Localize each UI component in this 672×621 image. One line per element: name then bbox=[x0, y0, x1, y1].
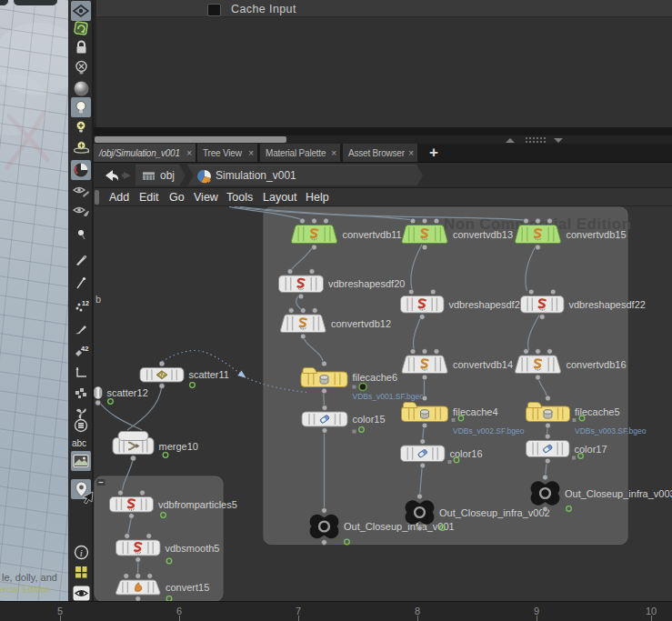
timeline-ruler[interactable]: 5678910 bbox=[0, 601, 672, 621]
input-connector[interactable] bbox=[422, 396, 427, 401]
point-numbers-icon[interactable]: 12 bbox=[71, 295, 91, 316]
input-connector[interactable] bbox=[410, 349, 416, 355]
input-connector[interactable] bbox=[324, 218, 329, 224]
input-connector[interactable] bbox=[546, 396, 551, 401]
bypass-flag[interactable] bbox=[573, 418, 577, 422]
lock-icon[interactable] bbox=[71, 37, 91, 57]
sphere-icon[interactable] bbox=[71, 78, 91, 98]
scalpel-icon[interactable] bbox=[71, 249, 91, 269]
input-connector[interactable] bbox=[524, 349, 529, 355]
cache-input-checkbox[interactable] bbox=[207, 4, 221, 16]
input-connector[interactable] bbox=[124, 574, 129, 579]
add-light-icon[interactable] bbox=[71, 118, 91, 138]
input-connector[interactable] bbox=[410, 218, 416, 224]
output-connector[interactable] bbox=[545, 458, 550, 464]
input-connector[interactable] bbox=[300, 308, 306, 314]
hscroll-handle[interactable] bbox=[95, 136, 286, 143]
input-connector[interactable] bbox=[543, 475, 548, 480]
menu-view[interactable]: View bbox=[194, 191, 218, 204]
splitter-handle-icon[interactable] bbox=[525, 136, 547, 144]
output-connector[interactable] bbox=[135, 557, 141, 563]
input-connector[interactable] bbox=[146, 534, 152, 539]
node-scatter11[interactable]: scatter11 bbox=[140, 361, 229, 389]
menu-help[interactable]: Help bbox=[306, 191, 329, 204]
node-scatter12[interactable]: scatter12 bbox=[95, 387, 148, 406]
input-connector[interactable] bbox=[322, 508, 327, 514]
input-connector[interactable] bbox=[422, 218, 427, 224]
lights-off-icon[interactable] bbox=[71, 57, 91, 77]
viewport-3d[interactable]: le, dolly, and ercial Edition bbox=[0, 0, 68, 601]
show-pen-icon[interactable] bbox=[71, 181, 91, 201]
back-button[interactable] bbox=[105, 170, 118, 181]
input-connector[interactable] bbox=[312, 218, 317, 224]
input-connector[interactable] bbox=[434, 349, 439, 355]
menu-add[interactable]: Add bbox=[109, 191, 129, 204]
input-connector[interactable] bbox=[159, 361, 165, 366]
output-connector[interactable] bbox=[420, 463, 426, 468]
pane-tab-asset-browser[interactable]: Asset Browser× bbox=[343, 144, 417, 162]
bypass-flag[interactable] bbox=[452, 418, 456, 422]
input-connector[interactable] bbox=[125, 534, 130, 539]
splitter-down-icon[interactable] bbox=[554, 138, 563, 143]
output-connector[interactable] bbox=[419, 315, 425, 320]
output-connector[interactable] bbox=[159, 384, 165, 389]
input-connector[interactable] bbox=[300, 218, 306, 224]
bypass-flag[interactable] bbox=[448, 460, 452, 464]
abc-icon[interactable]: abc bbox=[71, 433, 91, 453]
input-connector[interactable] bbox=[140, 490, 145, 496]
input-connector[interactable] bbox=[322, 406, 327, 411]
output-connector[interactable] bbox=[422, 423, 427, 428]
bypass-flag[interactable] bbox=[572, 456, 576, 460]
input-connector[interactable] bbox=[322, 361, 327, 366]
visibility-icon[interactable] bbox=[71, 583, 91, 603]
corner-ruler-icon[interactable] bbox=[71, 362, 91, 382]
snapshot-icon[interactable] bbox=[71, 18, 91, 38]
pane-tab-tree-view[interactable]: Tree View× bbox=[197, 144, 257, 162]
pane-tab-material-palette[interactable]: Material Palette× bbox=[260, 144, 340, 162]
input-connector[interactable] bbox=[547, 349, 553, 355]
add-tab-button[interactable]: + bbox=[424, 144, 444, 162]
bypass-flag[interactable] bbox=[353, 386, 356, 389]
needle-icon[interactable] bbox=[71, 273, 91, 293]
input-connector[interactable] bbox=[536, 349, 541, 355]
prim-numbers-icon[interactable]: 42 bbox=[71, 340, 91, 360]
input-connector[interactable] bbox=[420, 439, 426, 445]
output-connector[interactable] bbox=[95, 400, 101, 406]
input-connector[interactable] bbox=[550, 289, 556, 295]
tab-close-icon[interactable]: × bbox=[327, 148, 340, 158]
voxel-icon[interactable] bbox=[71, 383, 91, 403]
input-connector[interactable] bbox=[147, 574, 153, 579]
input-connector[interactable] bbox=[118, 490, 124, 496]
input-connector[interactable] bbox=[547, 218, 553, 224]
menu-layout[interactable]: Layout bbox=[263, 191, 297, 204]
tab-close-icon[interactable]: × bbox=[405, 148, 417, 158]
show-brush-icon[interactable] bbox=[71, 201, 91, 221]
splitter-up-icon[interactable] bbox=[506, 138, 515, 143]
display-flag[interactable] bbox=[190, 383, 196, 388]
input-connector[interactable] bbox=[430, 289, 436, 295]
node-merge10[interactable]: merge10 bbox=[113, 432, 198, 462]
input-connector[interactable] bbox=[545, 434, 550, 439]
output-connector[interactable] bbox=[322, 540, 327, 546]
tab-close-icon[interactable]: × bbox=[183, 148, 196, 158]
input-connector[interactable] bbox=[408, 289, 414, 295]
breadcrumb-obj[interactable]: obj bbox=[135, 165, 186, 186]
input-connector[interactable] bbox=[528, 289, 534, 295]
headlight-icon[interactable] bbox=[71, 97, 91, 117]
input-connector[interactable] bbox=[135, 574, 141, 579]
menu-go[interactable]: Go bbox=[169, 191, 185, 204]
output-connector[interactable] bbox=[536, 375, 541, 380]
output-connector[interactable] bbox=[322, 428, 327, 434]
input-connector[interactable] bbox=[288, 308, 294, 314]
output-connector[interactable] bbox=[131, 456, 136, 461]
input-connector[interactable] bbox=[417, 494, 423, 499]
output-connector[interactable] bbox=[417, 526, 423, 531]
input-connector[interactable] bbox=[524, 218, 529, 224]
output-connector[interactable] bbox=[543, 506, 548, 512]
points-icon[interactable] bbox=[71, 225, 91, 245]
bypass-flag[interactable] bbox=[353, 430, 356, 434]
image-plane-icon[interactable] bbox=[71, 451, 91, 471]
output-connector[interactable] bbox=[300, 334, 306, 339]
output-connector[interactable] bbox=[322, 388, 327, 394]
display-flag[interactable] bbox=[359, 384, 366, 391]
